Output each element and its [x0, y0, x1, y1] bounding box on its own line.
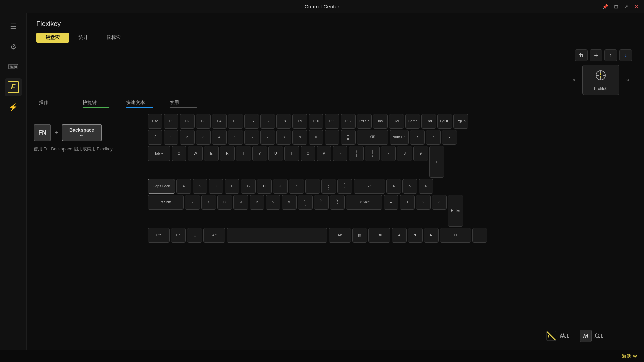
key-f[interactable]: F: [225, 179, 239, 194]
download-button[interactable]: ↓: [619, 49, 632, 61]
add-button[interactable]: +: [590, 49, 602, 61]
key-k[interactable]: K: [289, 179, 304, 194]
key-f5[interactable]: F5: [228, 114, 243, 129]
key-u[interactable]: U: [268, 146, 283, 161]
key-num5[interactable]: 5: [402, 179, 417, 194]
key-alt-left[interactable]: Alt: [203, 228, 225, 243]
key-slash[interactable]: ?/: [330, 195, 345, 210]
op-tab-disable[interactable]: 禁用: [170, 100, 197, 108]
key-pgup[interactable]: PgUP: [437, 114, 452, 129]
key-o[interactable]: O: [301, 146, 315, 161]
key-g[interactable]: G: [241, 179, 256, 194]
key-v[interactable]: V: [233, 195, 248, 210]
key-backtick[interactable]: ~`: [148, 130, 162, 145]
key-0[interactable]: 0: [309, 130, 323, 145]
key-numdot[interactable]: .: [472, 228, 487, 243]
key-num0[interactable]: 0: [440, 228, 471, 243]
key-win[interactable]: ⊞: [187, 228, 202, 243]
restore-icon[interactable]: ⊡: [614, 4, 618, 9]
key-i[interactable]: I: [284, 146, 299, 161]
key-esc[interactable]: Esc: [148, 114, 162, 129]
op-tab-quicktext[interactable]: 快速文本: [126, 100, 153, 108]
key-s[interactable]: S: [193, 179, 207, 194]
profile-prev[interactable]: «: [570, 75, 578, 85]
key-x[interactable]: X: [201, 195, 216, 210]
key-3[interactable]: 3: [196, 130, 211, 145]
key-numslash[interactable]: /: [410, 130, 425, 145]
key-ctrl-right[interactable]: Ctrl: [368, 228, 390, 243]
key-quote[interactable]: "': [337, 179, 352, 194]
tab-mouse-macro[interactable]: 鼠标宏: [97, 33, 130, 43]
key-num6[interactable]: 6: [419, 179, 433, 194]
key-num7[interactable]: 7: [381, 146, 396, 161]
key-d[interactable]: D: [209, 179, 223, 194]
key-home[interactable]: Home: [405, 114, 420, 129]
key-j[interactable]: J: [273, 179, 288, 194]
key-fn[interactable]: Fn: [171, 228, 186, 243]
tab-keyboard-macro[interactable]: 键盘宏: [36, 33, 69, 43]
key-e[interactable]: E: [204, 146, 219, 161]
key-shift-right[interactable]: ⇧ Shift: [346, 195, 382, 210]
key-alt-right[interactable]: Alt: [329, 228, 351, 243]
key-f10[interactable]: F10: [309, 114, 323, 129]
upload-button[interactable]: ↑: [604, 49, 617, 61]
key-prtsc[interactable]: Prt Sc: [357, 114, 372, 129]
key-equals[interactable]: +=: [341, 130, 356, 145]
key-a[interactable]: A: [176, 179, 191, 194]
key-y[interactable]: Y: [252, 146, 267, 161]
key-period[interactable]: >.: [314, 195, 329, 210]
key-p[interactable]: P: [317, 146, 331, 161]
sidebar-item-battery[interactable]: ⚡: [5, 99, 22, 116]
key-num1[interactable]: 1: [400, 195, 415, 210]
sidebar-item-menu[interactable]: ☰: [5, 18, 22, 36]
key-h[interactable]: H: [257, 179, 272, 194]
key-numstar[interactable]: *: [426, 130, 441, 145]
key-2[interactable]: 2: [180, 130, 195, 145]
key-r[interactable]: R: [220, 146, 235, 161]
sidebar-item-settings[interactable]: ⚙: [5, 38, 22, 56]
close-icon[interactable]: ✕: [634, 4, 639, 10]
key-f4[interactable]: F4: [212, 114, 227, 129]
key-arrow-right[interactable]: ►: [424, 228, 439, 243]
key-f9[interactable]: F9: [292, 114, 307, 129]
key-c[interactable]: C: [217, 195, 232, 210]
key-capslock[interactable]: Caps Lock: [148, 179, 175, 194]
key-w[interactable]: W: [188, 146, 203, 161]
op-tab-shortcut[interactable]: 快捷键: [83, 100, 109, 108]
maximize-icon[interactable]: ⤢: [624, 4, 628, 9]
key-f6[interactable]: F6: [244, 114, 259, 129]
key-num2[interactable]: 2: [416, 195, 431, 210]
key-b[interactable]: B: [250, 195, 264, 210]
key-7[interactable]: 7: [260, 130, 275, 145]
sidebar-item-flexikey[interactable]: F: [5, 78, 22, 96]
key-rbracket[interactable]: }]: [349, 146, 364, 161]
sidebar-item-keyboard[interactable]: ⌨: [5, 58, 22, 76]
key-5[interactable]: 5: [228, 130, 243, 145]
key-semicolon[interactable]: :;: [321, 179, 336, 194]
key-tab[interactable]: Tab ⇥: [148, 146, 170, 161]
key-lbracket[interactable]: {[: [333, 146, 347, 161]
key-minus[interactable]: -_: [325, 130, 339, 145]
key-num3[interactable]: 3: [432, 195, 447, 210]
key-del[interactable]: Del: [389, 114, 404, 129]
key-f8[interactable]: F8: [276, 114, 291, 129]
key-t[interactable]: T: [236, 146, 251, 161]
key-backslash[interactable]: |\: [365, 146, 380, 161]
pin-icon[interactable]: 📌: [602, 4, 608, 9]
key-numminus[interactable]: -: [442, 130, 457, 145]
key-l[interactable]: L: [305, 179, 320, 194]
key-numenter[interactable]: Enter: [448, 195, 463, 227]
key-pgdn[interactable]: PgDn: [453, 114, 468, 129]
profile-next[interactable]: »: [623, 75, 632, 85]
key-arrow-down[interactable]: ▼: [408, 228, 423, 243]
key-n[interactable]: N: [266, 195, 280, 210]
key-4[interactable]: 4: [212, 130, 227, 145]
key-space[interactable]: [227, 228, 327, 243]
key-q[interactable]: Q: [172, 146, 186, 161]
delete-button[interactable]: 🗑: [575, 49, 588, 61]
key-arrow-left[interactable]: ◄: [392, 228, 407, 243]
key-numplus[interactable]: +: [429, 146, 444, 178]
key-num9[interactable]: 9: [413, 146, 428, 161]
key-end[interactable]: End: [421, 114, 436, 129]
key-1[interactable]: 1: [164, 130, 178, 145]
